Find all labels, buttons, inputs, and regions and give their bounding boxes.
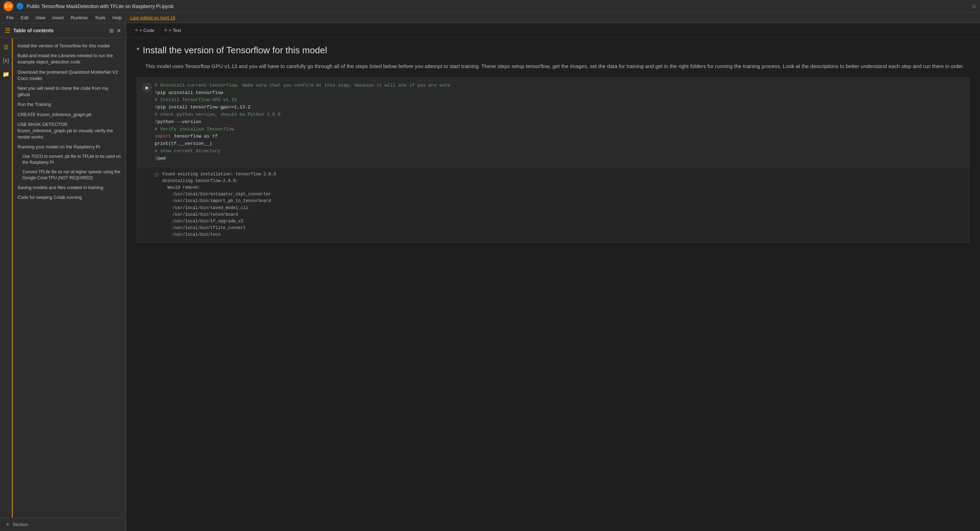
toc-item[interactable]: Saving models and files created in train… — [13, 183, 126, 192]
toc-sidebar-icon[interactable]: ☰ — [2, 43, 10, 52]
sidebar-body: ☰ {x} 📁 Install the version of Tensorflo… — [0, 38, 126, 518]
output-cell: ⊡ Found existing installation: tensorflo… — [137, 167, 969, 243]
add-section-label: Section — [13, 522, 28, 527]
code-line: # Install Tensorflow-GPU v1.13 — [155, 97, 964, 104]
toc-icon: ☰ — [5, 27, 11, 34]
drive-icon: 🔵 — [16, 2, 24, 10]
menu-help[interactable]: Help — [110, 14, 125, 21]
menu-view[interactable]: View — [33, 14, 48, 21]
code-line: # show current directory — [155, 148, 964, 155]
toc-item[interactable]: Code for keeping Colab running — [13, 192, 126, 202]
topbar: CO 🔵 Public Tensorflow MaskDetection wit… — [0, 0, 980, 13]
menu-file[interactable]: File — [3, 14, 16, 21]
add-text-label: + Text — [169, 28, 181, 33]
collapse-arrow-icon[interactable]: ▾ — [137, 46, 139, 52]
content-area: + + Code + + Text ▾ Install the version … — [126, 23, 980, 531]
add-section-button[interactable]: ＋ Section — [0, 518, 126, 531]
files-sidebar-icon[interactable]: 📁 — [1, 70, 11, 79]
star-icon[interactable]: ☆ — [972, 3, 977, 10]
toc-item[interactable]: CREATE frozen_inference_graph.pb — [13, 110, 126, 119]
menu-runtime[interactable]: Runtime — [68, 14, 91, 21]
code-content: # Uninstall current tensorflow, make sur… — [155, 82, 964, 162]
sidebar: ☰ Table of contents ⊞ ✕ ☰ {x} 📁 Install … — [0, 23, 126, 531]
code-line: # Uninstall current tensorflow, make sur… — [155, 82, 964, 89]
toc-item[interactable]: Next you will need to clone the code fro… — [13, 83, 126, 100]
toc-item[interactable]: Run the Training — [13, 100, 126, 110]
code-line: print(tf.__version__) — [155, 140, 964, 148]
toc-item[interactable]: Running your model on the Raspberry Pi — [13, 142, 126, 152]
toc-item[interactable]: USE MASK DETECTOR frozen_inference_graph… — [13, 119, 126, 142]
last-edited-link[interactable]: Last edited on April 16 — [130, 15, 175, 20]
section-title: Install the version of Tensorflow for th… — [143, 45, 327, 56]
sidebar-expand-icon[interactable]: ⊞ — [109, 27, 114, 34]
code-line: # check python version, should be Python… — [155, 111, 964, 119]
toc-item[interactable]: Use TOCO to convert .pb file to TFLite t… — [13, 152, 126, 167]
code-line: !pwd — [155, 155, 964, 162]
output-text: Found existing installation: tensorflow … — [162, 171, 276, 238]
menubar: File Edit View Insert Runtime Tools Help… — [0, 13, 980, 23]
section-header: ▾ Install the version of Tensorflow for … — [137, 45, 969, 56]
sidebar-icon-strip: ☰ {x} 📁 — [0, 38, 13, 518]
menu-edit[interactable]: Edit — [18, 14, 31, 21]
sidebar-close-icon[interactable]: ✕ — [116, 27, 121, 34]
notebook-content: ▾ Install the version of Tensorflow for … — [126, 38, 980, 531]
variables-sidebar-icon[interactable]: {x} — [2, 56, 11, 65]
notebook-title: Public Tensorflow MaskDetection with TFL… — [27, 3, 969, 9]
add-code-button[interactable]: + + Code — [132, 26, 157, 34]
plus-code-icon: + — [135, 27, 138, 33]
code-line: !pip uninstall tensorflow — [155, 89, 964, 97]
add-code-label: + Code — [139, 28, 154, 33]
code-line: !python --version — [155, 119, 964, 126]
code-line: # Verify installed Tensorflow — [155, 126, 964, 133]
code-line: import tensorflow as tf — [155, 133, 964, 140]
toc-list: Install the version of Tensorflow for th… — [13, 38, 126, 518]
output-expand-icon[interactable]: ⊡ — [155, 172, 159, 178]
run-button-circle: ▶ — [142, 83, 152, 92]
content-toolbar: + + Code + + Text — [126, 23, 980, 38]
code-cell-header: ▶ # Uninstall current tensorflow, make s… — [137, 78, 969, 167]
toc-title: Table of contents — [13, 28, 106, 33]
sidebar-header: ☰ Table of contents ⊞ ✕ — [0, 23, 126, 38]
section-description: This model uses Tensorflow GPU v1.13 and… — [137, 62, 969, 70]
toc-item[interactable]: Convert TFLite file so run at higher spe… — [13, 167, 126, 183]
plus-text-icon: + — [164, 27, 167, 33]
colab-logo: CO — [3, 2, 13, 11]
main-layout: ☰ Table of contents ⊞ ✕ ☰ {x} 📁 Install … — [0, 23, 980, 531]
menu-insert[interactable]: Insert — [49, 14, 67, 21]
toc-item[interactable]: Download the pretrained Quantized Mobile… — [13, 67, 126, 83]
menu-tools[interactable]: Tools — [92, 14, 108, 21]
code-line: !pip install tensorflow-gpu==1.13.2 — [155, 104, 964, 111]
toc-item[interactable]: Install the version of Tensorflow for th… — [13, 41, 126, 51]
toc-item[interactable]: Build and install the Libraries needed t… — [13, 51, 126, 67]
add-text-button[interactable]: + + Text — [161, 26, 184, 34]
run-cell-button[interactable]: ▶ — [142, 83, 152, 92]
code-cell-1: ▶ # Uninstall current tensorflow, make s… — [137, 78, 969, 243]
add-section-icon: ＋ — [5, 521, 11, 528]
